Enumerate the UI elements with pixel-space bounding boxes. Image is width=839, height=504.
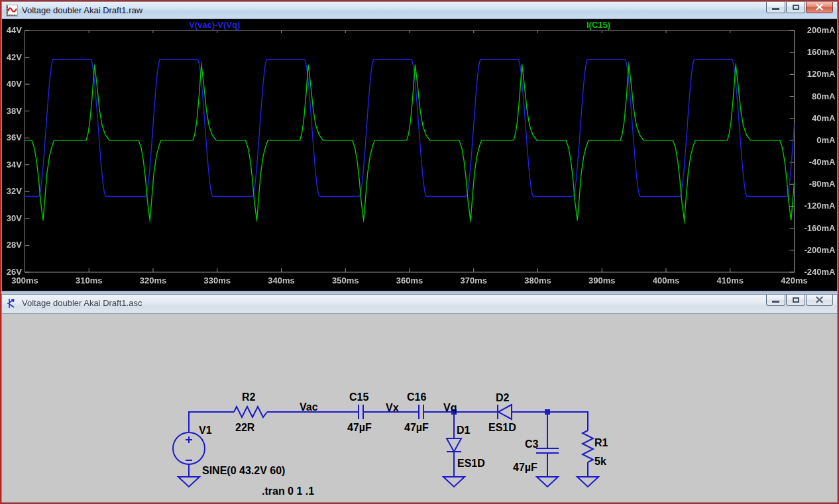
ground-r1-icon	[577, 477, 598, 487]
ground-d1-icon	[443, 477, 465, 487]
d2-name[interactable]: D2	[496, 392, 510, 403]
r1-symbol[interactable]	[583, 430, 593, 462]
minimize-icon	[772, 301, 779, 303]
r2-name[interactable]: R2	[242, 391, 256, 403]
c16-name[interactable]: C16	[407, 391, 426, 403]
c16-symbol[interactable]	[419, 405, 423, 419]
ground-v1-icon	[178, 477, 199, 487]
net-label-vq[interactable]: Vq	[443, 402, 457, 413]
minimize-button[interactable]	[766, 295, 785, 306]
schematic-canvas[interactable]: V1 SINE(0 43.2V 60) .tran 0 1 .1 R2 22R …	[2, 314, 837, 502]
c3-name[interactable]: C3	[525, 438, 539, 450]
schematic-window: Voltage doubler Akai Draft1.asc	[1, 294, 838, 503]
v1-name[interactable]: V1	[199, 425, 212, 436]
d1-name[interactable]: D1	[457, 425, 471, 436]
waveform-window-controls	[766, 2, 833, 13]
v1-plus-icon	[186, 436, 192, 443]
trace-label-i[interactable]: I(C15)	[587, 20, 610, 30]
c16-value[interactable]: 47µF	[404, 422, 429, 433]
trace-label-v[interactable]: V(vac)-V(Vq)	[189, 20, 240, 30]
c15-name[interactable]: C15	[349, 391, 368, 403]
ground-c3-icon	[537, 477, 558, 487]
schematic-file-icon	[6, 297, 18, 309]
minimize-icon	[772, 8, 779, 10]
r2-symbol[interactable]	[234, 407, 267, 417]
maximize-button[interactable]	[786, 2, 805, 13]
c15-symbol[interactable]	[359, 405, 363, 419]
close-icon	[807, 295, 832, 305]
c3-symbol[interactable]	[536, 448, 559, 453]
minimize-button[interactable]	[766, 2, 785, 13]
c15-value[interactable]: 47µF	[347, 422, 372, 433]
schematic-window-title: Voltage doubler Akai Draft1.asc	[22, 298, 142, 308]
waveform-titlebar[interactable]: Voltage doubler Akai Draft1.raw	[2, 2, 837, 19]
v1-value[interactable]: SINE(0 43.2V 60)	[202, 465, 285, 476]
close-button[interactable]	[806, 295, 833, 306]
waveform-window-title: Voltage doubler Akai Draft1.raw	[22, 5, 142, 15]
plot-area[interactable]: V(vac)-V(Vq) I(C15) 44V42V40V38V36V34V32…	[2, 19, 837, 291]
waveform-file-icon	[6, 5, 18, 17]
maximize-icon	[793, 5, 799, 10]
ltspice-app: Voltage doubler Akai Draft1.raw V(vac)-V…	[0, 0, 839, 504]
spice-directive[interactable]: .tran 0 1 .1	[262, 485, 314, 497]
schematic-window-controls	[766, 295, 833, 306]
net-label-vac[interactable]: Vac	[300, 401, 318, 413]
d2-symbol[interactable]	[498, 405, 512, 419]
maximize-button[interactable]	[786, 295, 805, 306]
close-button[interactable]	[806, 2, 833, 13]
junction-out	[545, 409, 550, 415]
waveform-plot[interactable]	[2, 19, 837, 291]
d2-value[interactable]: ES1D	[488, 422, 516, 433]
d1-symbol[interactable]	[447, 438, 461, 452]
r2-value[interactable]: 22R	[235, 422, 255, 433]
schematic-titlebar[interactable]: Voltage doubler Akai Draft1.asc	[2, 295, 837, 314]
net-label-vx[interactable]: Vx	[386, 402, 399, 413]
maximize-icon	[793, 297, 799, 303]
c3-value[interactable]: 47µF	[513, 462, 537, 473]
waveform-window: Voltage doubler Akai Draft1.raw V(vac)-V…	[1, 1, 838, 291]
close-icon	[807, 2, 832, 13]
r1-name[interactable]: R1	[594, 437, 608, 448]
d1-value[interactable]: ES1D	[457, 458, 485, 469]
r1-value[interactable]: 5k	[594, 456, 606, 467]
